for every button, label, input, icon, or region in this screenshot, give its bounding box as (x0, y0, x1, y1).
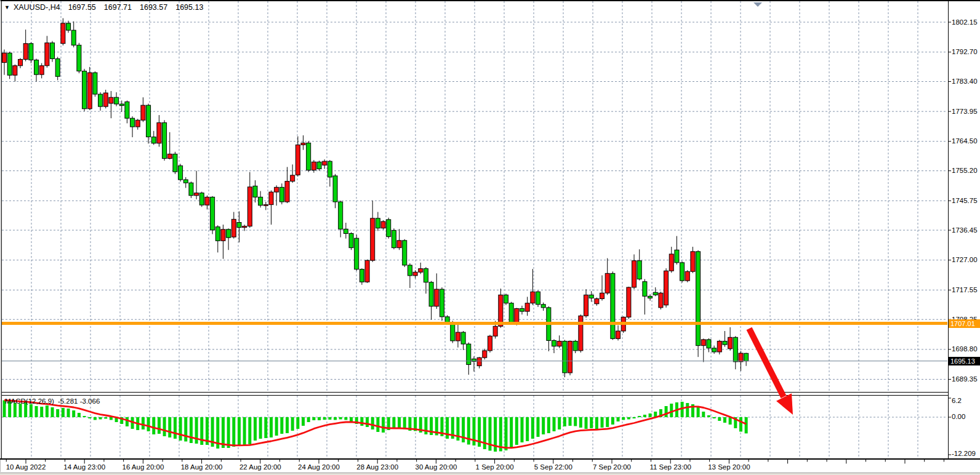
macd-bar (467, 417, 470, 445)
candle-body (179, 166, 183, 180)
macd-bar (163, 417, 166, 436)
price-shift-marker-icon (753, 2, 762, 7)
candle-body (643, 282, 647, 297)
macd-name: MACD(12,26,9) (5, 397, 54, 405)
candle-body (509, 303, 513, 323)
candle-body (307, 143, 311, 170)
candle-body (733, 337, 737, 362)
price-axis-label: 1698.80 (952, 345, 978, 353)
time-axis-label: 30 Aug 20:00 (415, 463, 457, 471)
candle-body (477, 357, 481, 365)
candle-body (66, 23, 71, 30)
macd-bar (174, 417, 177, 439)
candle-body (359, 269, 364, 282)
chart-canvas[interactable] (0, 0, 980, 475)
candle-body (221, 230, 225, 241)
candle-body (237, 222, 241, 227)
macd-bar (126, 417, 129, 426)
candle-body (291, 175, 295, 182)
macd-bar (67, 409, 70, 417)
candle-body (467, 344, 471, 364)
candle-body (557, 341, 561, 346)
macd-bar (622, 417, 625, 420)
macd-bar (398, 417, 401, 428)
candle-body (311, 162, 316, 170)
time-axis-label: 16 Aug 20:00 (122, 463, 164, 471)
candle-body (595, 299, 599, 304)
candle-body (157, 122, 161, 143)
candle-body (119, 104, 124, 106)
candle-body (18, 59, 23, 65)
candle-body (413, 272, 417, 276)
price-axis-label: 1717.55 (952, 286, 978, 293)
candle-body (355, 238, 359, 269)
macd-bar (104, 417, 107, 419)
candle-body (82, 71, 87, 109)
macd-bar (665, 406, 668, 417)
macd-bar (99, 417, 102, 420)
bar-low-value: 1693.57 (140, 3, 167, 12)
hline-price-tag[interactable]: 1707.01 (949, 319, 980, 328)
symbol-dropdown-icon[interactable]: ▼ (4, 4, 10, 10)
candle-body (323, 161, 327, 165)
macd-axis-min-label: -12.209 (952, 450, 976, 457)
macd-bar (585, 417, 588, 429)
candle-body (440, 289, 444, 317)
macd-bar (280, 417, 283, 434)
candle-body (552, 340, 556, 346)
candle-body (39, 66, 44, 74)
candle-body (456, 332, 460, 341)
candle-body (339, 202, 343, 229)
candle-body (488, 336, 492, 351)
candle-body (445, 317, 449, 322)
candle-body (131, 118, 135, 127)
time-axis-label: 18 Aug 20:00 (181, 463, 223, 471)
trend-arrow-annotation[interactable] (749, 329, 793, 415)
macd-bar (633, 417, 636, 418)
candle-body (125, 102, 129, 118)
candle-body (648, 296, 653, 298)
candle-body (653, 292, 657, 295)
macd-bar (520, 417, 523, 442)
candle-body (167, 154, 172, 158)
candle-body (605, 273, 609, 293)
candle-body (387, 220, 391, 237)
candle-body (114, 97, 119, 104)
macd-bar (745, 417, 748, 433)
candle-body (461, 332, 465, 344)
candle-body (141, 105, 145, 120)
price-axis-label: 1792.70 (952, 48, 978, 55)
macd-bar (318, 417, 321, 420)
candle-body (589, 295, 593, 298)
macd-bar (190, 417, 193, 443)
candle-body (87, 73, 92, 109)
bar-close-value: 1695.13 (175, 3, 203, 12)
candle-body (98, 94, 103, 106)
macd-values: -5.281 -3.066 (58, 397, 100, 405)
candle-body (151, 137, 156, 143)
candle-body (717, 341, 721, 351)
candle-body (109, 97, 113, 103)
candle-body (664, 271, 669, 305)
macd-signal-line (4, 401, 746, 448)
bar-open-value: 1697.55 (68, 3, 96, 12)
price-axis-label: 1745.75 (952, 197, 978, 204)
macd-bar (307, 417, 310, 422)
candle-body (707, 340, 711, 348)
macd-bar (542, 417, 545, 434)
macd-bar (531, 417, 534, 439)
macd-bar (243, 417, 246, 445)
macd-bar (323, 417, 326, 420)
candle-body (483, 351, 487, 357)
price-axis-label: 1802.15 (952, 18, 978, 26)
candle-body (211, 197, 215, 230)
macd-bar (334, 417, 337, 420)
macd-bar (553, 417, 556, 431)
macd-bar (184, 417, 187, 442)
macd-bar (558, 417, 561, 429)
time-axis-label: 11 Sep 23:00 (649, 463, 691, 471)
macd-bar (339, 417, 342, 420)
macd-bar (62, 408, 65, 417)
candle-body (675, 250, 679, 263)
candle-body (419, 269, 423, 273)
